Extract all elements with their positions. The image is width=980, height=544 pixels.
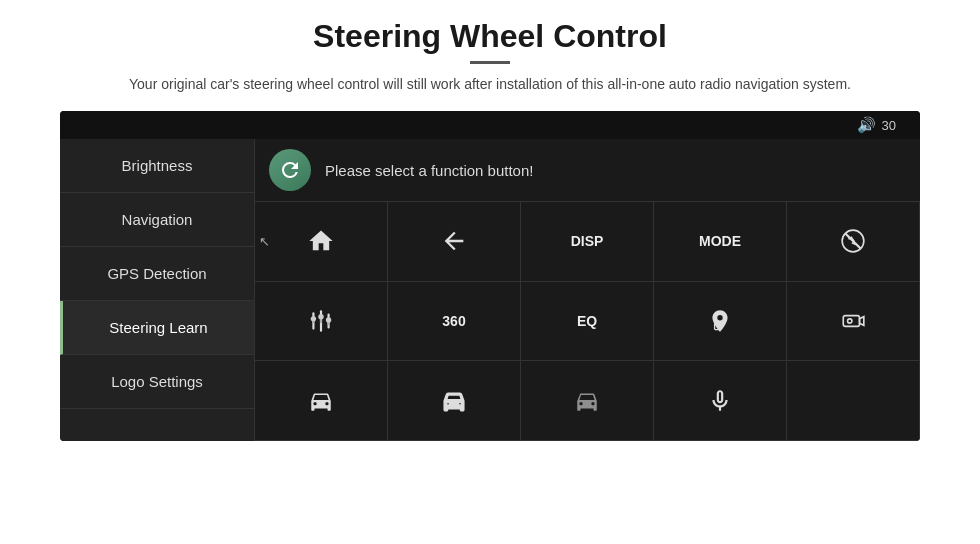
btn-camera-1[interactable]	[654, 282, 787, 362]
btn-eq[interactable]: EQ	[521, 282, 654, 362]
volume-value: 30	[882, 118, 896, 133]
disp-label: DISP	[571, 233, 604, 249]
sidebar-item-navigation[interactable]: Navigation	[60, 193, 254, 247]
button-grid: ↖ DISP MODE	[255, 202, 920, 441]
title-divider	[470, 61, 510, 64]
svg-point-10	[326, 317, 331, 322]
360-label: 360	[442, 313, 465, 329]
back-icon	[440, 227, 468, 255]
top-bar: 🔊 30	[60, 111, 920, 139]
btn-disp[interactable]: DISP	[521, 202, 654, 282]
page-subtitle: Your original car's steering wheel contr…	[129, 74, 851, 95]
svg-point-13	[848, 319, 852, 323]
btn-home[interactable]: ↖	[255, 202, 388, 282]
btn-car-3[interactable]	[521, 361, 654, 441]
sidebar-item-logo-settings[interactable]: Logo Settings	[60, 355, 254, 409]
volume-area: 🔊 30	[857, 116, 896, 134]
volume-icon: 🔊	[857, 116, 876, 134]
svg-point-9	[318, 314, 323, 319]
page-wrapper: Steering Wheel Control Your original car…	[0, 0, 980, 544]
home-icon	[307, 227, 335, 255]
btn-mic[interactable]	[654, 361, 787, 441]
sidebar: Brightness Navigation GPS Detection Stee…	[60, 139, 255, 441]
svg-point-8	[311, 316, 316, 321]
btn-car-2[interactable]	[388, 361, 521, 441]
page-title: Steering Wheel Control	[313, 18, 667, 55]
mic-icon	[707, 388, 733, 414]
car-icon-2	[441, 388, 467, 414]
camera-icon-1	[707, 308, 733, 334]
btn-empty	[787, 361, 920, 441]
cursor-arrow: ↖	[259, 234, 270, 249]
btn-360[interactable]: 360	[388, 282, 521, 362]
sidebar-item-gps-detection[interactable]: GPS Detection	[60, 247, 254, 301]
car-icon-3	[574, 388, 600, 414]
mode-label: MODE	[699, 233, 741, 249]
phone-off-icon	[840, 228, 866, 254]
content-header: Please select a function button!	[255, 139, 920, 202]
sidebar-item-steering-learn[interactable]: Steering Learn	[60, 301, 254, 355]
instruction-text: Please select a function button!	[325, 162, 533, 179]
btn-mode[interactable]: MODE	[654, 202, 787, 282]
equalizer-icon	[308, 308, 334, 334]
refresh-button[interactable]	[269, 149, 311, 191]
camera-icon-2	[840, 308, 866, 334]
car-icon-1	[308, 388, 334, 414]
main-content: Please select a function button! ↖ DISP …	[255, 139, 920, 441]
device-screen: 🔊 30 Brightness Navigation GPS Detection…	[60, 111, 920, 441]
btn-phone-off[interactable]	[787, 202, 920, 282]
btn-equalizer[interactable]	[255, 282, 388, 362]
eq-label: EQ	[577, 313, 597, 329]
btn-back[interactable]	[388, 202, 521, 282]
btn-camera-2[interactable]	[787, 282, 920, 362]
btn-car-1[interactable]	[255, 361, 388, 441]
sidebar-item-brightness[interactable]: Brightness	[60, 139, 254, 193]
